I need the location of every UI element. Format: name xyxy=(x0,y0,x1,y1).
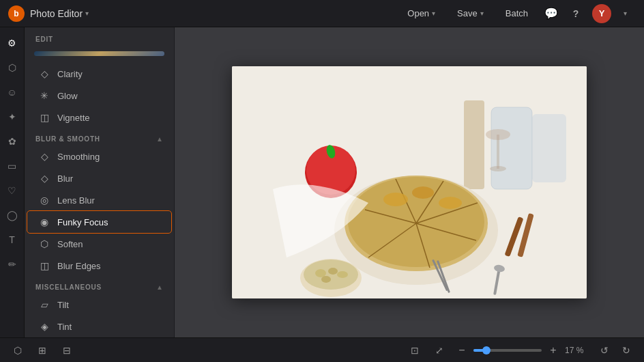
blur-smooth-section-header[interactable]: BLUR & SMOOTH ▲ xyxy=(25,128,174,145)
smoothing-icon: ◇ xyxy=(38,150,50,163)
expand-icon: ⤢ xyxy=(435,345,443,356)
user-chevron-icon[interactable]: ▾ xyxy=(614,3,636,25)
fit-button[interactable]: ⊡ xyxy=(405,342,424,359)
sidebar-item-soften[interactable]: ⬡ Soften xyxy=(27,233,171,255)
zoom-controls: − + 17 % xyxy=(454,343,589,358)
batch-button[interactable]: Batch xyxy=(496,4,538,23)
face-icon: ☺ xyxy=(7,87,16,98)
help-button[interactable]: ? xyxy=(565,3,587,25)
zoom-out-button[interactable]: − xyxy=(454,343,469,358)
app-title: Photo Editor ▾ xyxy=(30,8,89,19)
text-icon: T xyxy=(9,234,15,245)
blur-smooth-label: BLUR & SMOOTH xyxy=(35,135,100,143)
tilt-label: Tilt xyxy=(57,300,69,310)
face-mode-button[interactable]: ☺ xyxy=(2,82,23,102)
star-mode-button[interactable]: ✦ xyxy=(2,107,23,127)
save-chevron-icon: ▾ xyxy=(480,10,484,17)
redo-button[interactable]: ↻ xyxy=(617,342,636,359)
glow-icon: ✳ xyxy=(38,89,50,102)
frames-mode-button[interactable]: ▭ xyxy=(2,156,23,176)
export-button[interactable]: ⊞ xyxy=(33,342,52,359)
topbar: b Photo Editor ▾ Open ▾ Save ▾ Batch 💬 ?… xyxy=(0,0,644,27)
undo-icon: ↺ xyxy=(600,345,609,356)
clarity-icon: ◇ xyxy=(38,68,50,80)
grid-icon: ⊟ xyxy=(63,345,71,356)
blur-smooth-chevron-icon: ▲ xyxy=(156,135,163,143)
effects-icon: ✿ xyxy=(8,136,16,147)
comment-icon: 💬 xyxy=(544,7,558,20)
sidebar-item-glow[interactable]: ✳ Glow xyxy=(27,85,171,107)
zoom-slider[interactable] xyxy=(473,349,542,352)
smoothing-label: Smoothing xyxy=(57,152,100,162)
bottombar: ⬡ ⊞ ⊟ ⊡ ⤢ − + 17 % ↺ ↻ xyxy=(0,337,644,362)
expand-button[interactable]: ⤢ xyxy=(430,342,449,359)
misc-chevron-icon: ▲ xyxy=(156,283,163,291)
misc-label: MISCELLANEOUS xyxy=(35,283,102,291)
zoom-in-button[interactable]: + xyxy=(546,343,561,358)
topbar-actions: Open ▾ Save ▾ Batch 💬 ? Y ▾ xyxy=(398,3,636,25)
circle-icon: ◯ xyxy=(7,210,18,221)
vignette-label: Vignette xyxy=(57,113,89,123)
sidebar-item-vignette[interactable]: ◫ Vignette xyxy=(27,107,171,128)
edit-mode-button[interactable]: ⚙ xyxy=(2,33,23,53)
draw-mode-button[interactable]: ✏ xyxy=(2,254,23,275)
misc-section-header[interactable]: MISCELLANEOUS ▲ xyxy=(25,277,174,294)
sidebar-item-funky-focus[interactable]: ◉ Funky Focus xyxy=(27,211,171,233)
sidebar: EDIT Enhance DLX ◇ Clarity ✳ Glow ◫ Vign… xyxy=(25,27,175,337)
blur-label: Blur xyxy=(57,173,73,184)
sliders-icon: ⚙ xyxy=(8,38,16,48)
undo-button[interactable]: ↺ xyxy=(595,342,614,359)
open-chevron-icon: ▾ xyxy=(432,10,435,17)
glow-label: Glow xyxy=(57,91,78,101)
lens-blur-label: Lens Blur xyxy=(57,195,95,206)
tint-label: Tint xyxy=(57,322,72,332)
text-mode-button[interactable]: T xyxy=(2,229,23,250)
canvas-area xyxy=(175,27,644,337)
zoom-plus-icon: + xyxy=(550,344,556,357)
frames-icon: ▭ xyxy=(8,161,16,171)
open-button[interactable]: Open ▾ xyxy=(398,4,445,23)
effects-mode-button[interactable]: ✿ xyxy=(2,131,23,152)
grid-button[interactable]: ⊟ xyxy=(57,342,76,359)
star-icon: ✦ xyxy=(8,111,16,122)
soften-label: Soften xyxy=(57,239,83,249)
blur-icon: ◇ xyxy=(38,172,50,184)
sidebar-item-tilt[interactable]: ▱ Tilt xyxy=(27,294,171,316)
mask-mode-button[interactable]: ◯ xyxy=(2,205,23,225)
soften-icon: ⬡ xyxy=(38,238,50,250)
vignette-icon: ◫ xyxy=(38,111,50,124)
edit-section-label: EDIT xyxy=(25,27,174,47)
enhance-dlx-card[interactable]: Enhance DLX xyxy=(34,51,164,56)
crop-mode-button[interactable]: ⬡ xyxy=(2,57,23,78)
zoom-minus-icon: − xyxy=(458,344,465,357)
main-area: ⚙ ⬡ ☺ ✦ ✿ ▭ ♡ ◯ T ✏ EDIT xyxy=(0,27,644,337)
clarity-label: Clarity xyxy=(57,69,83,79)
tilt-icon: ▱ xyxy=(38,298,50,311)
undo-redo-controls: ↺ ↻ xyxy=(595,342,636,359)
blur-edges-icon: ◫ xyxy=(38,260,50,272)
layers-button[interactable]: ⬡ xyxy=(8,342,27,359)
app-logo[interactable]: b xyxy=(8,5,25,22)
comment-button[interactable]: 💬 xyxy=(540,3,562,25)
draw-icon: ✏ xyxy=(8,259,16,270)
sidebar-item-blur[interactable]: ◇ Blur xyxy=(27,167,171,189)
sidebar-item-lens-blur[interactable]: ◎ Lens Blur xyxy=(27,189,171,211)
help-icon: ? xyxy=(573,8,579,19)
redo-icon: ↻ xyxy=(622,345,630,356)
tint-icon: ◈ xyxy=(38,320,50,333)
export-icon: ⊞ xyxy=(38,345,46,356)
sidebar-item-smoothing[interactable]: ◇ Smoothing xyxy=(27,145,171,167)
blur-edges-label: Blur Edges xyxy=(57,261,101,271)
lens-blur-icon: ◎ xyxy=(38,194,50,206)
sidebar-item-clarity[interactable]: ◇ Clarity xyxy=(27,63,171,85)
favorites-mode-button[interactable]: ♡ xyxy=(2,180,23,201)
user-avatar[interactable]: Y xyxy=(592,4,611,23)
zoom-value: 17 % xyxy=(565,346,589,355)
sidebar-item-blur-edges[interactable]: ◫ Blur Edges xyxy=(27,255,171,277)
title-chevron-icon[interactable]: ▾ xyxy=(85,10,89,17)
crop-icon: ⬡ xyxy=(8,62,16,73)
funky-focus-label: Funky Focus xyxy=(57,217,108,227)
layers-icon: ⬡ xyxy=(14,345,22,356)
save-button[interactable]: Save ▾ xyxy=(448,4,493,23)
sidebar-item-tint[interactable]: ◈ Tint xyxy=(27,316,171,337)
